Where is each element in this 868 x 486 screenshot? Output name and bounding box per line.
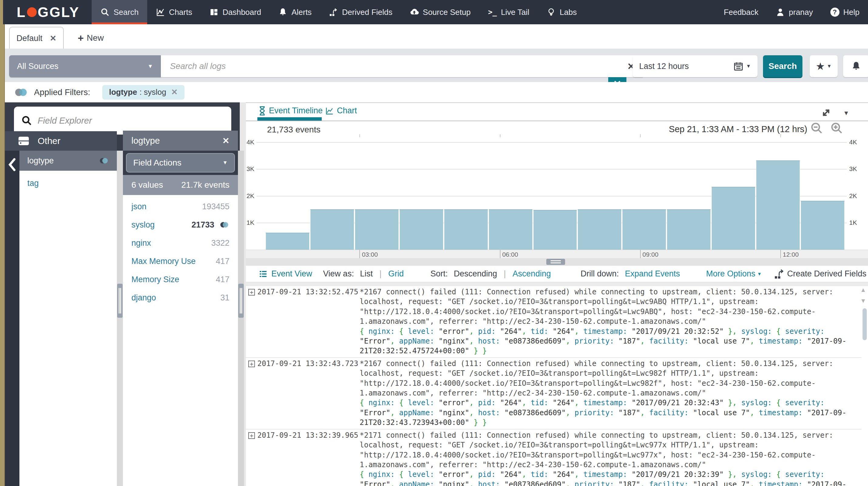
remove-filter-icon[interactable]: ✕ [171,87,178,97]
field-value-name[interactable]: Memory Size [131,275,179,284]
drive-icon [18,136,30,146]
expand-event-icon[interactable]: + [248,289,255,295]
field-value-row-nginx[interactable]: nginx3322 [123,234,238,252]
expand-timeline-icon[interactable] [820,107,832,119]
field-value-row-json[interactable]: json193455 [123,197,238,216]
nav-spacer [585,0,715,24]
time-range-picker[interactable]: Last 12 hours ▼ [632,55,757,77]
all-sources-dropdown[interactable]: All Sources ▼ [9,55,161,77]
value-active-venn-icon[interactable] [219,221,229,229]
tab-event-timeline-label: Event Timeline [269,106,322,115]
field-value-row-django[interactable]: django31 [123,289,238,307]
search-button[interactable]: Search [763,55,802,77]
event-view-label[interactable]: Event View [271,269,312,279]
tab-event-timeline[interactable]: Event Timeline [258,106,322,115]
histogram-bar[interactable] [533,210,577,250]
scroll-down-icon[interactable]: ▼ [860,297,866,304]
field-item-logtype[interactable]: logtype [20,151,117,171]
nav-item-dashboard[interactable]: Dashboard [200,0,270,24]
histogram-bar[interactable] [711,187,755,250]
histogram-bar[interactable] [756,161,800,250]
timeline-menu-caret-icon[interactable]: ▼ [843,110,849,117]
saved-searches-button[interactable]: ★▼ [810,55,838,77]
nav-item-label: Charts [169,8,192,17]
histogram-bar[interactable] [801,201,845,250]
panel-splitter-left[interactable] [117,151,123,486]
scroll-up-icon[interactable]: ▲ [860,286,866,293]
zoom-out-icon[interactable] [810,122,823,135]
splitter-grip[interactable] [117,284,123,318]
field-value-row-syslog[interactable]: syslog21733 [123,216,238,234]
nav-item-label: Live Tail [501,8,529,17]
field-value-name[interactable]: json [131,202,147,211]
nav-item-live-tail[interactable]: >_Live Tail [479,0,538,24]
sort-label: Sort: [430,269,448,279]
collapse-panel-chevron-icon[interactable] [8,158,17,486]
view-as-list[interactable]: List [360,269,373,279]
plus-icon: + [78,32,84,44]
search-input[interactable] [161,61,619,71]
field-value-row-memory-size[interactable]: Memory Size417 [123,270,238,289]
field-item-tag[interactable]: tag [20,171,117,188]
nav-item-source-setup[interactable]: Source Setup [401,0,479,24]
histogram-bar[interactable] [310,209,354,250]
chart-scroll-handle[interactable] [546,259,565,265]
filter-pill-logtype-syslog[interactable]: logtype : syslog ✕ [102,85,184,99]
histogram-bar[interactable] [399,209,443,250]
close-values-panel-icon[interactable]: ✕ [222,136,229,146]
events-scrollbar-thumb[interactable] [863,308,867,340]
histogram-bar[interactable] [444,209,488,250]
x-axis-label: 12:00 [783,251,799,258]
nav-item-alerts[interactable]: Alerts [270,0,320,24]
alert-bell-button[interactable] [843,55,868,77]
view-as-grid[interactable]: Grid [388,269,404,279]
splitter-grip[interactable] [238,284,244,318]
create-derived-fields-link[interactable]: Create Derived Fields [787,269,866,279]
more-options-link[interactable]: More Options [706,269,755,279]
tab-default[interactable]: Default ✕ [9,27,64,49]
search-bar-row: All Sources ▼ ✕ Last 12 hours ▼ Search ★… [5,49,868,82]
sort-descending[interactable]: Descending [454,269,497,279]
x-axis-tick [640,250,641,258]
histogram-bar[interactable] [578,209,622,250]
tab-close-icon[interactable]: ✕ [50,34,57,43]
histogram-bar[interactable] [489,209,533,250]
field-value-name[interactable]: Max Memory Use [131,257,196,266]
nav-item-labs[interactable]: Labs [538,0,585,24]
expand-events-link[interactable]: Expand Events [625,269,680,279]
log-event-row: +2017-09-21 13:32:52.475*2167 connect() … [246,286,861,358]
loggly-logo[interactable]: L GGLY [3,0,92,24]
zoom-in-icon[interactable] [830,122,843,135]
panel-splitter-right[interactable] [238,151,244,486]
nav-item-derived-fields[interactable]: Derived Fields [320,0,401,24]
chevron-down-icon: ▼ [757,271,762,277]
event-message-line: 1.amazonaws.com", referrer: "http://ec2-… [360,316,861,326]
toolbar-divider-band [246,282,868,286]
tab-chart[interactable]: Chart [326,106,357,115]
field-explorer-panel: Other logtype tag logtype ✕ Field Action… [5,103,240,486]
new-tab-button[interactable]: + New [78,27,104,49]
nav-item-charts[interactable]: Charts [147,0,201,24]
histogram-bar[interactable] [266,233,310,250]
field-explorer-input[interactable] [38,116,224,126]
histogram-bar[interactable] [355,209,399,250]
expand-event-icon[interactable]: + [248,361,255,367]
expand-event-icon[interactable]: + [248,432,255,439]
field-value-name[interactable]: django [131,293,156,303]
nav-item-help[interactable]: ?Help [822,0,868,24]
filter-field: logtype [109,87,137,97]
histogram-bar[interactable] [622,209,666,250]
nav-item-search[interactable]: Search [92,0,147,24]
field-value-name[interactable]: nginx [131,238,151,248]
field-actions-dropdown[interactable]: Field Actions ▼ [126,153,235,173]
events-panel: Event View View as: List | Grid Sort: De… [246,266,868,486]
cloud-icon [409,7,419,17]
field-value-name[interactable]: syslog [131,220,155,230]
nav-item-feedback[interactable]: Feedback [715,0,767,24]
histogram-bar[interactable] [667,209,711,250]
nav-item-user[interactable]: pranay [767,0,822,24]
field-group-other[interactable]: Other [5,131,117,151]
sort-ascending[interactable]: Ascending [513,269,551,279]
field-value-row-max-memory-use[interactable]: Max Memory Use417 [123,252,238,270]
field-actions-label: Field Actions [133,158,182,168]
